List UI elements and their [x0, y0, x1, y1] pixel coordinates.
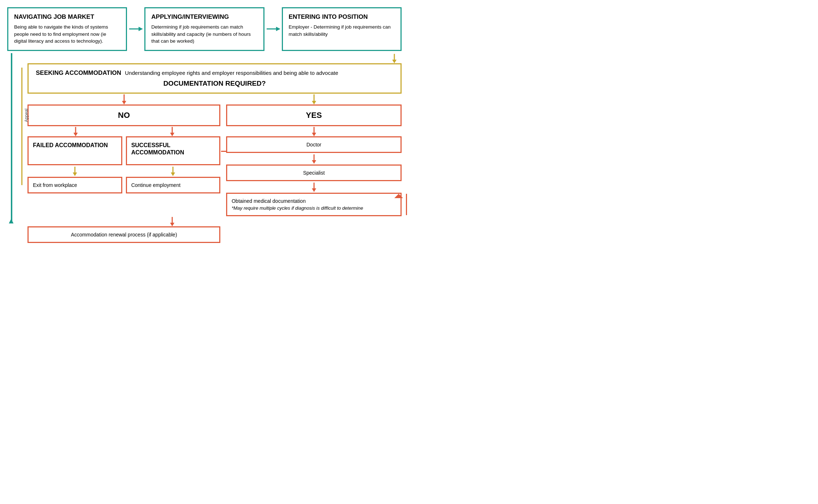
medical-note: *May require multiple cycles if diagnosi…	[232, 205, 396, 211]
seeking-suffix: Understanding employee rights and employ…	[125, 70, 338, 76]
appeal-label: Appeal	[24, 108, 29, 122]
applying-title: APPLYING/INTERVIEWING	[151, 13, 257, 21]
yes-box: YES	[226, 104, 402, 126]
svg-marker-7	[122, 101, 126, 104]
svg-marker-1	[139, 27, 143, 31]
teal-left-bar: ▲	[7, 53, 17, 243]
svg-marker-23	[312, 188, 316, 192]
applying-body: Determining if job requirements can matc…	[151, 24, 257, 45]
doctor-box: Doctor	[226, 136, 402, 153]
navigating-body: Being able to navigate the kinds of syst…	[14, 24, 120, 45]
navigating-title: NAVIGATING JOB MARKET	[14, 13, 120, 21]
svg-marker-11	[73, 133, 78, 136]
svg-marker-25	[170, 223, 174, 226]
seeking-line1: SEEKING ACCOMMODATION Understanding empl…	[36, 69, 393, 77]
arrow-2-3	[264, 7, 282, 51]
svg-marker-19	[171, 172, 175, 176]
seeking-subtitle: DOCUMENTATION REQUIRED?	[36, 80, 393, 87]
renewal-box: Accommodation renewal process (if applic…	[27, 226, 220, 243]
svg-marker-5	[392, 60, 397, 63]
svg-marker-17	[73, 172, 77, 176]
specialist-box: Specialist	[226, 165, 402, 181]
entering-body: Employer - Determining if job requiremen…	[289, 24, 395, 38]
medical-doc-text: Obtained medical documentation	[232, 198, 396, 204]
successful-accommodation-box: SUCCESSFUL ACCOMMODATION	[126, 136, 221, 165]
no-box: NO	[27, 104, 220, 126]
medical-doc-box: Obtained medical documentation *May requ…	[226, 193, 402, 216]
svg-marker-15	[312, 133, 316, 136]
entering-position-box: ENTERING INTO POSITION Employer - Determ…	[282, 7, 402, 51]
applying-interviewing-box: APPLYING/INTERVIEWING Determining if job…	[144, 7, 264, 51]
failed-accommodation-box: FAILED ACCOMMODATION	[27, 136, 122, 165]
exit-workplace-box: Exit from workplace	[27, 177, 122, 193]
navigating-job-market-box: NAVIGATING JOB MARKET Being able to navi…	[7, 7, 127, 51]
svg-marker-9	[312, 101, 316, 104]
seeking-prefix: SEEKING ACCOMMODATION	[36, 69, 121, 76]
svg-marker-3	[276, 27, 280, 31]
seeking-accommodation-box: SEEKING ACCOMMODATION Understanding empl…	[27, 63, 402, 94]
svg-marker-21	[312, 160, 316, 164]
entering-title: ENTERING INTO POSITION	[289, 13, 395, 21]
arrow-1-2	[127, 7, 144, 51]
svg-marker-13	[170, 133, 174, 136]
continue-employment-box: Continue employment	[126, 177, 221, 193]
gold-left-bar	[19, 53, 26, 243]
